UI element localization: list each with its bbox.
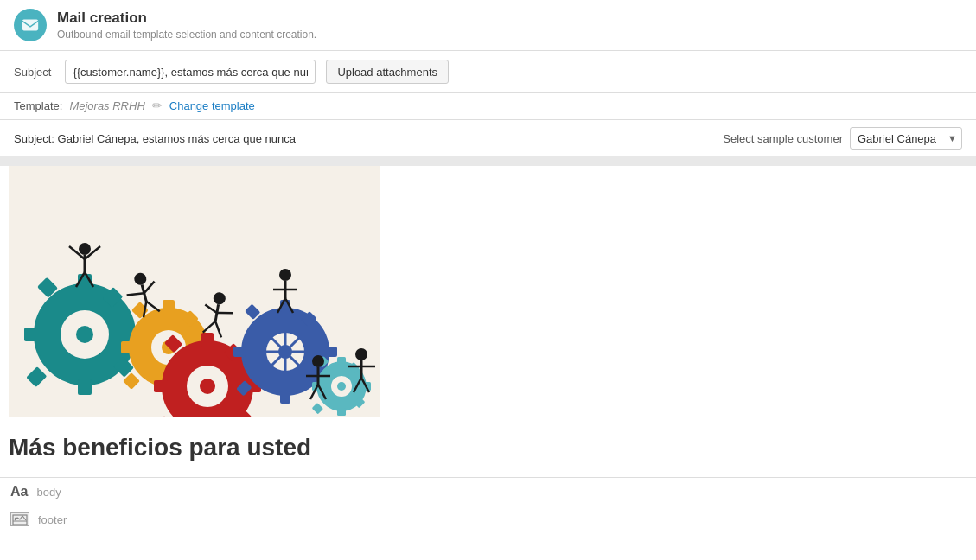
toolbar: Subject Upload attachments (0, 51, 976, 93)
footer-block-icon (10, 512, 29, 526)
email-preview-area[interactable]: Más beneficios para usted Aa body footer (0, 157, 976, 560)
svg-point-4 (76, 326, 93, 343)
customer-select[interactable]: Gabriel Cánepa Ana García Carlos López (850, 127, 962, 150)
svg-point-91 (355, 348, 367, 360)
svg-rect-45 (233, 347, 246, 357)
upload-attachments-button[interactable]: Upload attachments (326, 60, 449, 84)
svg-rect-53 (337, 357, 346, 365)
email-heading: Más beneficios para usted (0, 417, 976, 470)
template-label: Template: (14, 99, 62, 112)
svg-point-26 (200, 379, 215, 394)
preview-header: Subject: Gabriel Cánepa, estamos más cer… (0, 120, 976, 157)
edit-template-icon[interactable]: ✏ (152, 99, 163, 112)
svg-rect-30 (154, 380, 168, 392)
svg-rect-54 (337, 408, 346, 416)
customer-select-wrapper: Gabriel Cánepa Ana García Carlos López ▼ (850, 127, 962, 150)
page-subtitle: Outbound email template selection and co… (57, 29, 316, 41)
body-block[interactable]: Aa body (0, 478, 976, 506)
footer-block-label: footer (38, 513, 67, 526)
page-title: Mail creation (57, 10, 316, 27)
svg-rect-27 (201, 333, 214, 347)
body-block-icon: Aa (10, 484, 28, 500)
svg-rect-44 (325, 347, 337, 357)
subject-label: Subject (14, 66, 51, 79)
svg-rect-16 (163, 300, 175, 313)
svg-rect-19 (121, 341, 134, 353)
subject-input[interactable] (65, 60, 316, 84)
template-row: Template: Mejoras RRHH ✏ Change template (0, 93, 976, 120)
email-banner-image (9, 166, 380, 417)
sample-customer-area: Select sample customer Gabriel Cánepa An… (723, 127, 962, 150)
svg-point-85 (312, 355, 324, 367)
svg-point-61 (79, 243, 91, 255)
preview-container: Subject: Gabriel Cánepa, estamos más cer… (0, 120, 976, 560)
svg-rect-43 (280, 391, 290, 404)
sample-customer-label: Select sample customer (723, 132, 843, 145)
svg-rect-6 (78, 379, 92, 395)
app-icon (14, 9, 47, 41)
svg-point-99 (15, 517, 16, 519)
svg-point-52 (337, 382, 346, 391)
template-name: Mejoras RRHH (69, 99, 144, 112)
svg-rect-8 (24, 328, 40, 341)
change-template-button[interactable]: Change template (169, 99, 255, 112)
email-content: Más beneficios para usted Aa body footer (0, 166, 976, 560)
app-header: Mail creation Outbound email template se… (0, 0, 976, 51)
svg-point-79 (279, 269, 291, 281)
footer-block[interactable]: footer (0, 506, 976, 532)
email-blocks: Aa body footer (0, 477, 976, 532)
header-text: Mail creation Outbound email template se… (57, 10, 316, 41)
preview-subject: Subject: Gabriel Cánepa, estamos más cer… (14, 132, 296, 145)
body-block-label: body (36, 486, 61, 499)
svg-rect-0 (22, 20, 38, 31)
